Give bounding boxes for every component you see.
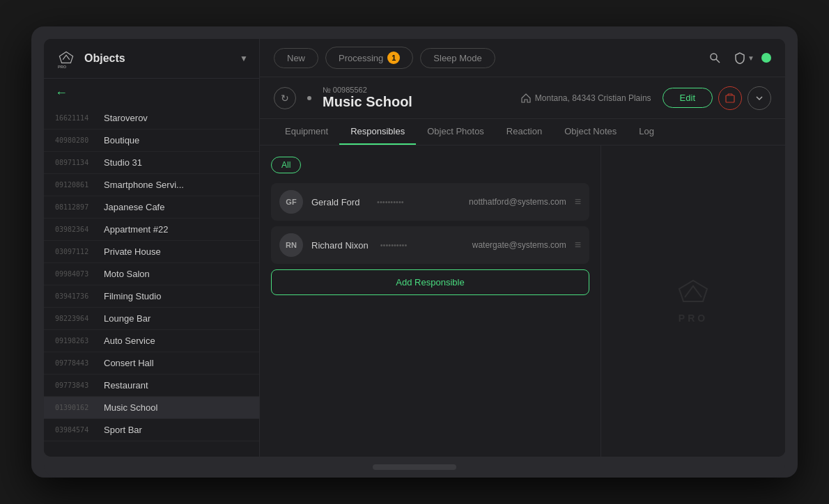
laptop-notch [373,464,456,470]
watermark: PRO [672,279,714,324]
edit-button[interactable]: Edit [663,88,713,108]
list-item[interactable]: 09120861 Smartphone Servi... [44,174,259,196]
dropdown-arrow-icon[interactable]: ▼ [240,54,248,63]
item-name: Consert Hall [104,358,154,368]
watermark-text: PRO [679,313,708,324]
shield-dropdown-icon: ▼ [747,54,754,62]
list-item[interactable]: 09778443 Consert Hall [44,352,259,375]
object-actions: Edit [663,86,771,110]
item-name: Moto Salon [104,269,150,279]
list-item[interactable]: 09773843 Restaurant [44,375,259,397]
item-id: 08971134 [55,159,104,166]
item-name: Private House [104,246,161,257]
processing-tab-button[interactable]: Processing 1 [325,47,413,69]
item-id: 09120861 [55,181,104,189]
item-id: 09773843 [55,381,104,389]
status-dot-small [307,96,311,100]
list-item[interactable]: 03941736 Filming Studio [44,285,259,308]
tab-responsibles[interactable]: Responsibles [339,119,416,145]
item-name: Sport Bar [104,425,142,435]
object-info: № 00985562 Music School [323,86,510,110]
list-item[interactable]: 08971134 Studio 31 [44,152,259,174]
shield-icon [734,52,746,64]
tab-notes[interactable]: Object Notes [553,119,628,145]
list-item[interactable]: 09984073 Moto Salon [44,263,259,285]
tab-equipment[interactable]: Equipment [274,119,339,145]
item-id: 08112897 [55,203,104,211]
responsible-item: GF Gerald Ford •••••••••• notthatford@sy… [271,183,589,221]
svg-line-2 [716,59,720,63]
back-button[interactable]: ← [55,86,68,100]
svg-point-1 [711,54,717,60]
item-id: 01390162 [55,404,104,411]
item-id: 03982364 [55,226,104,233]
responsibles-list: All GF Gerald Ford •••••••••• notthatfor… [260,145,601,457]
tab-photos[interactable]: Object Photos [416,119,495,145]
trash-icon [725,93,735,103]
sidebar-list: 16621114 Staroverov 40980280 Boutique 08… [44,107,259,457]
shield-button[interactable]: ▼ [734,52,754,64]
delete-button[interactable] [718,86,742,110]
app-title: Objects [84,52,233,65]
responsible-name: Gerald Ford [311,197,369,207]
list-item[interactable]: 03984574 Sport Bar [44,419,259,441]
search-button[interactable] [703,46,727,70]
expand-button[interactable] [747,86,771,110]
item-name: Appartment #22 [104,224,169,235]
item-id: 03984574 [55,426,104,434]
sidebar-back-area: ← [44,79,259,107]
tab-reaction[interactable]: Reaction [495,119,553,145]
item-id: 09984073 [55,270,104,278]
refresh-button[interactable]: ↻ [274,87,296,109]
home-icon [521,93,531,103]
responsible-phone: •••••••••• [380,241,464,249]
add-responsible-button[interactable]: Add Responsible [271,269,589,295]
list-item[interactable]: 03982364 Appartment #22 [44,219,259,241]
list-item[interactable]: 40980280 Boutique [44,129,259,152]
list-item[interactable]: 98223964 Lounge Bar [44,308,259,330]
item-name: Boutique [104,135,139,145]
top-bar: New Processing 1 Sleep Mode [260,39,785,77]
object-number: № 00985562 [323,86,510,94]
item-id: 09198263 [55,337,104,345]
filter-all-button[interactable]: All [271,157,301,173]
responsibles-container: GF Gerald Ford •••••••••• notthatford@sy… [271,183,589,264]
item-id: 03941736 [55,292,104,300]
list-item[interactable]: 16621114 Staroverov [44,107,259,129]
new-tab-button[interactable]: New [274,48,318,68]
responsible-email: notthatford@systems.com [469,197,566,207]
item-name: Auto Service [104,336,155,346]
item-id: 03097112 [55,248,104,255]
svg-text:PRO: PRO [58,65,67,69]
responsible-email: watergate@systems.com [472,240,566,250]
item-name: Music School [104,402,157,413]
list-item[interactable]: 01390162 Music School [44,397,259,419]
item-id: 09778443 [55,359,104,367]
item-name: Lounge Bar [104,313,150,324]
sidebar: PRO Objects ▼ ← 16621114 Staroverov 4098… [44,39,260,457]
logo-icon: PRO [55,47,77,70]
list-item[interactable]: 08112897 Japanese Cafe [44,196,259,219]
online-status-indicator [761,53,771,63]
main-content: New Processing 1 Sleep Mode [260,39,785,457]
list-item[interactable]: 09198263 Auto Service [44,330,259,352]
responsible-name: Richard Nixon [311,240,372,251]
item-name: Japanese Cafe [104,202,164,212]
processing-badge: 1 [387,52,400,64]
avatar: GF [279,190,303,214]
search-icon [709,52,720,63]
responsible-menu-button[interactable]: ≡ [575,239,581,251]
tab-log[interactable]: Log [628,119,665,145]
responsible-item: RN Richard Nixon •••••••••• watergate@sy… [271,226,589,264]
list-item[interactable]: 03097112 Private House [44,241,259,263]
object-name: Music School [323,94,510,110]
item-name: Staroverov [104,113,148,123]
responsible-menu-button[interactable]: ≡ [575,196,581,208]
item-name: Filming Studio [104,291,161,301]
sleep-mode-tab-button[interactable]: Sleep Mode [420,48,495,68]
responsibles-area: All GF Gerald Ford •••••••••• notthatfor… [260,145,785,457]
avatar: RN [279,233,303,257]
chevron-down-icon [754,93,764,103]
object-location: Montana, 84343 Cristian Plains [521,93,651,103]
watermark-logo-icon [672,279,714,307]
